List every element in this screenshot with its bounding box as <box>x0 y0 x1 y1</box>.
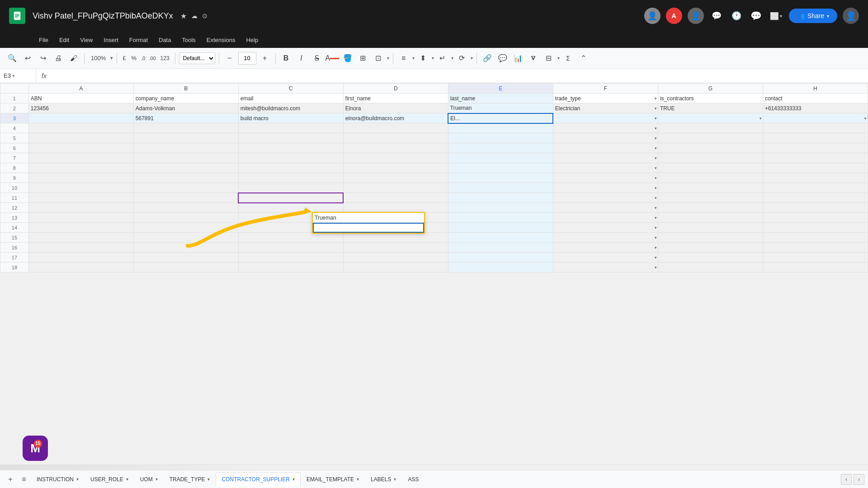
menu-extensions[interactable]: Extensions <box>202 35 240 45</box>
tab-labels-dropdown[interactable]: ▾ <box>394 477 396 482</box>
cell-G4[interactable] <box>658 123 763 133</box>
text-color-button[interactable]: A <box>326 52 339 65</box>
col-header-A[interactable]: A <box>28 84 133 94</box>
tab-contractor-supplier[interactable]: CONTRACTOR_SUPPLIER ▾ <box>216 472 300 487</box>
cell-E2[interactable]: Trueman <box>448 103 553 113</box>
currency-button[interactable]: £ <box>121 55 127 61</box>
halign-button[interactable]: ≡ <box>397 52 410 65</box>
cell-E3[interactable]: El... <box>448 113 553 123</box>
zoom-dropdown-icon[interactable]: ▾ <box>110 55 113 61</box>
collaborator-avatar-1[interactable]: 👤 <box>644 8 660 24</box>
profile-avatar[interactable]: 👤 <box>843 8 859 24</box>
cell-B4[interactable] <box>133 123 238 133</box>
sheet-nav-left[interactable]: ‹ <box>841 474 852 485</box>
insert-comment-button[interactable]: 💬 <box>496 52 509 65</box>
cell-B3[interactable]: 567891 <box>133 113 238 123</box>
merge-dropdown[interactable]: ▾ <box>387 56 389 61</box>
cell-F4[interactable]: ▾ <box>553 123 658 133</box>
cell-F2[interactable]: Electrician ▾ <box>553 103 658 113</box>
cell-B1[interactable]: company_name <box>133 94 238 103</box>
comment-icon[interactable]: 💬 <box>749 9 764 23</box>
collaborator-avatar-2[interactable]: 👤 <box>688 8 704 24</box>
cell-B2[interactable]: Adams-Volkman <box>133 103 238 113</box>
tab-user-role[interactable]: USER_ROLE ▾ <box>85 472 134 487</box>
undo-button[interactable]: ↩ <box>21 52 34 65</box>
cell-D1[interactable]: first_name <box>343 94 448 103</box>
cell-C3[interactable]: build macro <box>238 113 343 123</box>
col-header-C[interactable]: C <box>238 84 343 94</box>
cell-ref-dropdown-icon[interactable]: ▾ <box>13 74 15 78</box>
user-avatar[interactable]: A <box>666 8 682 24</box>
cell-H3[interactable]: ▾ <box>763 113 868 123</box>
tab-instruction[interactable]: INSTRUCTION ▾ <box>31 472 85 487</box>
sheet-nav-right[interactable]: › <box>854 474 864 485</box>
wrap-dropdown[interactable]: ▾ <box>451 56 453 61</box>
cell-C11[interactable] <box>238 193 343 203</box>
redo-button[interactable]: ↪ <box>36 52 50 65</box>
sheet-list-button[interactable]: ≡ <box>17 473 31 486</box>
star-icon[interactable]: ★ <box>180 12 187 20</box>
strikethrough-button[interactable]: S̶ <box>310 52 324 65</box>
tab-uom-dropdown[interactable]: ▾ <box>156 477 158 482</box>
expand-toolbar-button[interactable]: ⌃ <box>577 52 590 65</box>
filter-button[interactable]: ⛛ <box>527 52 540 65</box>
cell-A2[interactable]: 123456 <box>28 103 133 113</box>
menu-file[interactable]: File <box>34 35 53 45</box>
font-family-select[interactable]: Default... <box>179 52 215 64</box>
cell-F1[interactable]: trade_type ▾ <box>553 94 658 103</box>
cell-A3[interactable] <box>28 113 133 123</box>
paint-format-button[interactable]: 🖌 <box>67 52 80 65</box>
menu-help[interactable]: Help <box>241 35 263 45</box>
wrap-button[interactable]: ↵ <box>436 52 449 65</box>
cell-A4[interactable] <box>28 123 133 133</box>
valign-button[interactable]: ⬍ <box>416 52 430 65</box>
borders-button[interactable]: ⊞ <box>356 52 370 65</box>
cell-E4[interactable] <box>448 123 553 133</box>
font-size-input[interactable]: 10 <box>238 52 256 65</box>
macro-app-icon[interactable]: 15 M <box>23 436 48 461</box>
tab-labels[interactable]: LABELS ▾ <box>365 472 402 487</box>
print-button[interactable]: 🖨 <box>52 52 65 65</box>
menu-tools[interactable]: Tools <box>177 35 200 45</box>
search-button[interactable]: 🔍 <box>5 52 19 65</box>
tab-uom[interactable]: UOM ▾ <box>134 472 164 487</box>
cell-E1[interactable]: last_name <box>448 94 553 103</box>
menu-insert[interactable]: Insert <box>99 35 123 45</box>
formula-input[interactable] <box>52 72 868 79</box>
cell-H1[interactable]: contact <box>763 94 868 103</box>
italic-button[interactable]: I <box>295 52 308 65</box>
valign-dropdown[interactable]: ▾ <box>432 56 434 61</box>
tab-trade-type-dropdown[interactable]: ▾ <box>208 477 210 482</box>
cell-F3[interactable]: ▾ <box>553 113 658 123</box>
cell-D2[interactable]: Elnora <box>343 103 448 113</box>
menu-data[interactable]: Data <box>154 35 175 45</box>
col-header-D[interactable]: D <box>343 84 448 94</box>
cell-G3[interactable]: ▾ <box>658 113 763 123</box>
horizontal-scrollbar[interactable] <box>0 465 868 470</box>
present-icon[interactable]: ⬜ ▾ <box>769 9 783 23</box>
insert-chart-button[interactable]: 📊 <box>511 52 525 65</box>
col-header-G[interactable]: G <box>658 84 763 94</box>
filter-view-button[interactable]: ⊟ <box>542 52 556 65</box>
decimal-increase-button[interactable]: .00 <box>148 56 156 61</box>
history-icon[interactable]: 🕐 <box>729 9 744 23</box>
cell-D4[interactable] <box>343 123 448 133</box>
add-sheet-button[interactable]: + <box>4 473 17 486</box>
tab-contractor-dropdown[interactable]: ▾ <box>292 477 295 482</box>
cell-C1[interactable]: email <box>238 94 343 103</box>
cell-C4[interactable] <box>238 123 343 133</box>
chat-icon[interactable]: 💬 <box>709 9 724 23</box>
rotate-dropdown[interactable]: ▾ <box>471 56 473 61</box>
merge-cells-button[interactable]: ⊡ <box>372 52 385 65</box>
tab-email-template[interactable]: EMAIL_TEMPLATE ▾ <box>301 472 365 487</box>
percent-button[interactable]: % <box>129 55 138 61</box>
tab-ass[interactable]: ASS <box>402 472 425 487</box>
tab-user-role-dropdown[interactable]: ▾ <box>126 477 128 482</box>
filter-dropdown[interactable]: ▾ <box>557 56 560 61</box>
font-size-decrease-button[interactable]: − <box>223 52 236 65</box>
col-header-B[interactable]: B <box>133 84 238 94</box>
cell-reference-box[interactable]: E3 ▾ <box>0 69 36 83</box>
font-size-increase-button[interactable]: + <box>258 52 272 65</box>
tab-email-dropdown[interactable]: ▾ <box>357 477 359 482</box>
cell-D3[interactable]: elnora@buildmacro.com <box>343 113 448 123</box>
